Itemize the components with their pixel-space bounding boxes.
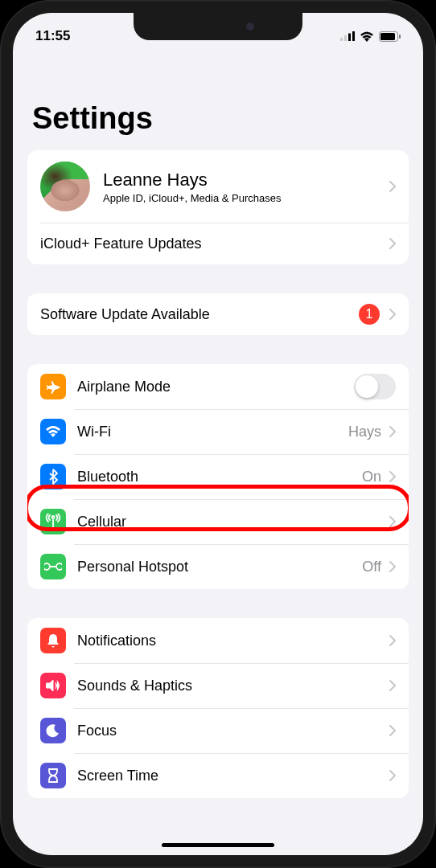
notch	[134, 13, 302, 40]
focus-row[interactable]: Focus	[27, 708, 409, 753]
status-time: 11:55	[35, 28, 70, 44]
connectivity-group: Airplane Mode Wi-Fi Hays	[27, 364, 409, 589]
svg-rect-3	[352, 31, 355, 41]
chevron-right-icon	[389, 635, 396, 646]
focus-icon	[40, 718, 66, 743]
airplane-icon	[40, 374, 66, 399]
bluetooth-icon	[40, 464, 66, 489]
wifi-icon	[360, 31, 374, 42]
camera-dot	[246, 23, 254, 31]
chevron-right-icon	[389, 770, 396, 781]
profile-name: Leanne Hays	[103, 170, 389, 190]
chevron-right-icon	[389, 309, 396, 320]
battery-icon	[379, 31, 401, 42]
bluetooth-label: Bluetooth	[77, 469, 362, 485]
software-update-row[interactable]: Software Update Available 1	[27, 293, 409, 335]
settings-content: Leanne Hays Apple ID, iCloud+, Media & P…	[13, 150, 423, 855]
chevron-right-icon	[389, 561, 396, 572]
airplane-toggle[interactable]	[354, 374, 396, 399]
sounds-label: Sounds & Haptics	[77, 678, 389, 694]
profile-subtitle: Apple ID, iCloud+, Media & Purchases	[103, 192, 389, 204]
wifi-detail: Hays	[348, 424, 381, 440]
chevron-right-icon	[389, 725, 396, 736]
avatar	[40, 162, 90, 211]
chevron-right-icon	[389, 426, 396, 437]
wifi-label: Wi-Fi	[77, 424, 348, 440]
chevron-right-icon	[389, 471, 396, 482]
focus-label: Focus	[77, 723, 389, 739]
phone-frame: 11:55 Settings Leanne Hays Apple ID, iCl…	[0, 0, 436, 868]
sounds-row[interactable]: Sounds & Haptics	[27, 663, 409, 708]
notifications-label: Notifications	[77, 633, 389, 649]
screentime-icon	[40, 763, 66, 788]
apple-id-row[interactable]: Leanne Hays Apple ID, iCloud+, Media & P…	[27, 150, 409, 223]
icloud-feature-updates-label: iCloud+ Feature Updates	[40, 235, 389, 252]
svg-rect-2	[348, 34, 351, 42]
chevron-right-icon	[389, 516, 396, 527]
cellular-row[interactable]: Cellular	[27, 499, 409, 544]
svg-rect-1	[344, 35, 347, 41]
update-badge: 1	[359, 304, 380, 325]
svg-rect-5	[380, 33, 395, 40]
chevron-right-icon	[389, 181, 396, 192]
personal-hotspot-row[interactable]: Personal Hotspot Off	[27, 544, 409, 589]
software-update-label: Software Update Available	[40, 306, 359, 323]
screentime-row[interactable]: Screen Time	[27, 753, 409, 798]
notifications-icon	[40, 628, 66, 653]
hotspot-detail: Off	[362, 559, 381, 575]
bluetooth-row[interactable]: Bluetooth On	[27, 454, 409, 499]
general-group: Notifications Sounds & Haptics	[27, 618, 409, 798]
hotspot-icon	[40, 554, 66, 579]
profile-group: Leanne Hays Apple ID, iCloud+, Media & P…	[27, 150, 409, 264]
page-title: Settings	[13, 53, 423, 150]
sounds-icon	[40, 673, 66, 698]
software-update-group: Software Update Available 1	[27, 293, 409, 335]
wifi-row[interactable]: Wi-Fi Hays	[27, 409, 409, 454]
hotspot-label: Personal Hotspot	[77, 559, 362, 575]
chevron-right-icon	[389, 680, 396, 691]
cellular-icon	[40, 509, 66, 534]
screen: 11:55 Settings Leanne Hays Apple ID, iCl…	[13, 13, 423, 855]
icloud-feature-updates-row[interactable]: iCloud+ Feature Updates	[27, 223, 409, 264]
status-indicators	[340, 31, 401, 42]
svg-rect-0	[340, 38, 343, 41]
svg-rect-6	[399, 35, 401, 39]
screentime-label: Screen Time	[77, 768, 389, 784]
airplane-label: Airplane Mode	[77, 379, 354, 395]
chevron-right-icon	[389, 238, 396, 249]
cellular-label: Cellular	[77, 514, 389, 530]
wifi-settings-icon	[40, 419, 66, 444]
bluetooth-detail: On	[362, 469, 381, 485]
home-indicator[interactable]	[162, 843, 274, 847]
airplane-mode-row[interactable]: Airplane Mode	[27, 364, 409, 409]
cellular-signal-icon	[340, 31, 355, 41]
notifications-row[interactable]: Notifications	[27, 618, 409, 663]
